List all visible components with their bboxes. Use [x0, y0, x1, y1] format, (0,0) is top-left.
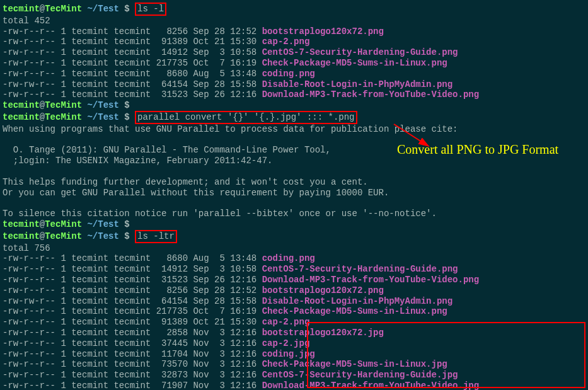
ls-row: -rw-r--r-- 1 tecmint tecmint 91389 Oct 2… [3, 317, 585, 328]
filename: Download-MP3-Track-from-YouTube-Video.pn… [262, 275, 479, 285]
ls-row: -rw-r--r-- 1 tecmint tecmint 31523 Sep 2… [3, 89, 585, 100]
filename: CentOS-7-Security-Hardening-Guide.jpg [262, 370, 458, 380]
ls-row: -rw-r--r-- 1 tecmint tecmint 8680 Aug 5 … [3, 253, 585, 264]
filename: cap-2.jpg [262, 338, 310, 348]
filename: coding.png [262, 69, 315, 79]
ls-row: -rw-r--r-- 1 tecmint tecmint 11704 Nov 3… [3, 349, 585, 360]
highlight-box-cmd3: ls -ltr [135, 230, 177, 243]
filename: Download-MP3-Track-from-YouTube-Video.jp… [262, 381, 479, 390]
ls-row: -rw-r--r-- 1 tecmint tecmint 8680 Aug 5 … [3, 69, 585, 79]
command-ls-ltr: ls -ltr [137, 231, 175, 241]
command-ls-l: ls -l [137, 4, 164, 14]
filename: Check-Package-MD5-Sums-in-Linux.png [262, 58, 447, 68]
ls-row: -rw-r--r-- 1 tecmint tecmint 217735 Oct … [3, 306, 585, 317]
citation-line [3, 198, 585, 209]
ls-row: -rw-r--r-- 1 tecmint tecmint 32873 Nov 3… [3, 370, 585, 381]
ls-row: -rw-r--r-- 1 tecmint tecmint 14912 Sep 3… [3, 264, 585, 275]
filename: bootstraplogo120x72.png [262, 26, 384, 37]
filename: coding.jpg [262, 349, 315, 359]
ls-row: -rw-r--r-- 1 tecmint tecmint 8256 Sep 28… [3, 26, 585, 37]
ls-row: -rw-rw-r-- 1 tecmint tecmint 64154 Sep 2… [3, 79, 585, 90]
filename: Check-Package-MD5-Sums-in-Linux.jpg [262, 359, 447, 369]
filename: cap-2.png [262, 317, 310, 327]
highlight-box-cmd1: ls -l [135, 3, 166, 16]
filename: Disable-Root-Login-in-PhpMyAdmin.png [262, 79, 453, 89]
command-parallel: parallel convert '{}' '{.}.jpg' ::: *.pn… [137, 112, 354, 122]
ls-row: -rw-r--r-- 1 tecmint tecmint 91389 Oct 2… [3, 37, 585, 47]
ls-row: -rw-r--r-- 1 tecmint tecmint 37445 Nov 3… [3, 338, 585, 349]
filename: CentOS-7-Security-Hardening-Guide.png [262, 47, 458, 57]
citation-line: This helps funding further development; … [3, 177, 585, 188]
filename: cap-2.png [262, 37, 310, 47]
citation-line: Or you can get GNU Parallel without this… [3, 188, 585, 198]
filename: Download-MP3-Track-from-YouTube-Video.pn… [262, 89, 479, 100]
terminal-output: tecmint@TecMint ~/Test $ ls -ltotal 452-… [3, 3, 585, 390]
filename: bootstraplogo120x72.jpg [262, 328, 384, 338]
ls-row: -rw-r--r-- 1 tecmint tecmint 71907 Nov 3… [3, 381, 585, 390]
ls-row: -rw-r--r-- 1 tecmint tecmint 14912 Sep 3… [3, 47, 585, 58]
filename: Disable-Root-Login-in-PhpMyAdmin.png [262, 296, 453, 306]
citation-line: To silence this citation notice run 'par… [3, 209, 585, 219]
ls-row: -rw-r--r-- 1 tecmint tecmint 73570 Nov 3… [3, 359, 585, 370]
total-line: total 756 [3, 243, 585, 254]
highlight-box-cmd2: parallel convert '{}' '{.}.jpg' ::: *.pn… [135, 111, 357, 124]
ls-row: -rw-r--r-- 1 tecmint tecmint 2858 Nov 3 … [3, 328, 585, 338]
filename: bootstraplogo120x72.png [262, 285, 384, 295]
citation-line: ;login: The USENIX Magazine, February 20… [3, 156, 585, 166]
ls-row: -rw-r--r-- 1 tecmint tecmint 8256 Sep 28… [3, 285, 585, 296]
ls-row: -rw-r--r-- 1 tecmint tecmint 31523 Sep 2… [3, 275, 585, 285]
filename: CentOS-7-Security-Hardening-Guide.png [262, 264, 458, 274]
citation-line: When using programs that use GNU Paralle… [3, 124, 585, 135]
citation-line [3, 166, 585, 177]
total-line: total 452 [3, 16, 585, 26]
ls-row: -rw-rw-r-- 1 tecmint tecmint 64154 Sep 2… [3, 296, 585, 307]
filename: Check-Package-MD5-Sums-in-Linux.png [262, 306, 447, 316]
annotation-text: Convert all PNG to JPG Format [397, 142, 558, 157]
filename: coding.png [262, 253, 315, 263]
ls-row: -rw-r--r-- 1 tecmint tecmint 217735 Oct … [3, 58, 585, 69]
